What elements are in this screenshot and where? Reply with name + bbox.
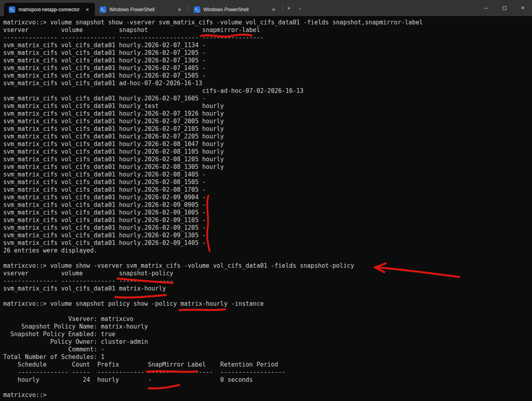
new-tab-button[interactable]: +: [283, 2, 294, 14]
minimize-icon: [484, 8, 488, 8]
close-icon: ✕: [521, 5, 525, 11]
close-window-button[interactable]: ✕: [514, 0, 532, 16]
tab-separator: [282, 4, 282, 12]
tab-windows-powershell-2[interactable]: >_ Windows PowerShell ✕: [189, 3, 281, 16]
terminal-viewport[interactable]: matrixcvo::> volume snapshot show -vserv…: [0, 16, 532, 401]
tab-matrixpost-netapp-connector[interactable]: >_ matrixpost-netapp-connector ✕: [4, 3, 95, 16]
tab-dropdown-button[interactable]: ⌄: [294, 2, 306, 14]
tab-title: matrixpost-netapp-connector: [18, 7, 81, 12]
close-tab-icon[interactable]: ✕: [176, 6, 183, 13]
terminal-output: matrixcvo::> volume snapshot show -vserv…: [0, 16, 532, 399]
minimize-button[interactable]: [477, 0, 495, 16]
tab-title: Windows PowerShell: [109, 7, 173, 12]
close-tab-icon[interactable]: ✕: [270, 6, 277, 13]
window-controls: ✕: [477, 0, 532, 16]
tab-windows-powershell-1[interactable]: >_ Windows PowerShell ✕: [95, 3, 187, 16]
powershell-icon: >_: [194, 6, 200, 13]
powershell-icon: >_: [9, 6, 15, 13]
tab-title: Windows PowerShell: [204, 7, 267, 12]
powershell-icon: >_: [100, 6, 106, 13]
maximize-icon: [503, 6, 506, 10]
maximize-button[interactable]: [495, 0, 514, 16]
tab-bar: >_ matrixpost-netapp-connector ✕ >_ Wind…: [0, 0, 532, 16]
tab-separator: [188, 4, 188, 12]
close-tab-icon[interactable]: ✕: [84, 6, 91, 13]
